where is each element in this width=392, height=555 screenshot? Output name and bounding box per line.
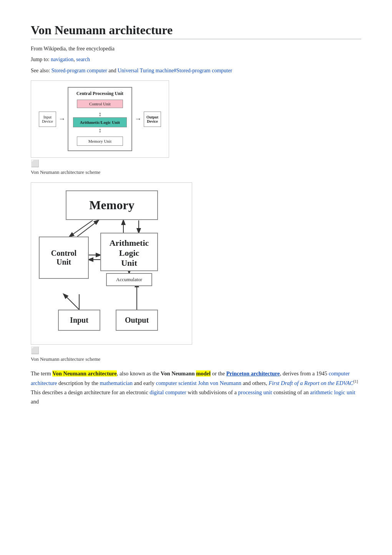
caption2: Von Neumann architecture scheme [31, 356, 100, 362]
enlarge-icon2[interactable]: ⬜ [31, 346, 39, 355]
john-von-neumann-link[interactable]: John von Neumann [198, 380, 241, 386]
diagram2: Memory Control Unit Arithmetic Logic Uni… [31, 182, 192, 345]
body-text2: , also known as the [117, 370, 161, 377]
computer-scientist-link[interactable]: computer scientist [156, 380, 197, 386]
first-draft-link[interactable]: First Draft of a Report on the EDVAC [269, 380, 354, 386]
page-title: Von Neumann architecture [31, 23, 361, 39]
see-also-text: See also: Stored-program computer and Un… [31, 67, 361, 75]
memory-large-box: Memory [66, 190, 158, 220]
body-text10: with subdivisions of a [186, 389, 238, 395]
diagram1: Input Device → Central Processing Unit C… [31, 80, 169, 158]
body-text3: or the [211, 370, 226, 377]
body-text5: description by the [57, 380, 100, 386]
body-text8: and others, [241, 380, 269, 386]
body-text6: and early [133, 380, 156, 386]
svg-line-2 [70, 220, 93, 237]
digital-computer-link[interactable]: digital computer [149, 389, 186, 395]
arrow-cu-alu: ↕ [98, 111, 101, 117]
cpu-label: Central Processing Unit [73, 91, 127, 97]
svg-line-3 [77, 220, 98, 237]
processing-unit-link[interactable]: processing unit [238, 389, 272, 395]
turing-machine-link[interactable]: Universal Turing machine#Stored-program … [118, 68, 232, 73]
output-large-box: Output [116, 310, 158, 331]
caption1-container: ⬜ Von Neumann architecture scheme [31, 159, 361, 175]
diagram1-container: Input Device → Central Processing Unit C… [31, 80, 361, 158]
svg-line-7 [64, 294, 79, 310]
body-text: The term Von Neumann architecture, also … [31, 369, 361, 407]
body-text12: and [31, 398, 39, 405]
arrow-cpu-to-output: → [132, 115, 144, 123]
mathematician-link[interactable]: mathematician [100, 380, 133, 386]
diagram2-inner: Memory Control Unit Arithmetic Logic Uni… [39, 190, 185, 337]
diagram2-container: Memory Control Unit Arithmetic Logic Uni… [31, 182, 361, 345]
body-text9: This describes a design architecture for… [31, 389, 149, 395]
enlarge-icon1[interactable]: ⬜ [31, 159, 39, 168]
control-unit-large-box: Control Unit [39, 237, 89, 279]
model-highlight: model [196, 370, 211, 377]
body-text4: , derives from a 1945 [280, 370, 329, 377]
body-text11: consisting of an [272, 389, 310, 395]
input-large-box: Input [58, 310, 100, 331]
von-neumann-bold: Von Neumann [161, 370, 196, 377]
alu-small: Arithmetic/Logic Unit [73, 117, 127, 127]
alu-link[interactable]: arithmetic logic unit [310, 389, 355, 395]
caption1: Von Neumann architecture scheme [31, 169, 100, 175]
output-device-box: Output Device [144, 112, 161, 127]
accumulator-box: Accumulator [106, 273, 152, 286]
source-text: From Wikipedia, the free encyclopedia [31, 45, 361, 53]
stored-program-link[interactable]: Stored-program computer [51, 68, 107, 73]
body-text1: The term [31, 370, 52, 377]
control-unit-small: Control Unit [77, 100, 123, 108]
memory-unit-small: Memory Unit [77, 137, 123, 146]
alu-large-box: Arithmetic Logic Unit [100, 233, 158, 271]
arrow-alu-mem: ↕ [98, 127, 101, 133]
cpu-box: Central Processing Unit Control Unit ↕ A… [68, 87, 132, 151]
citation1: [1] [354, 379, 358, 383]
princeton-architecture-link[interactable]: Princeton architecture [226, 370, 280, 377]
input-device-box: Input Device [39, 112, 56, 127]
arrow-input-to-cpu: → [56, 115, 68, 123]
caption2-container: ⬜ Von Neumann architecture scheme [31, 346, 361, 362]
von-neumann-arch-highlight: Von Neumann architecture [52, 370, 116, 377]
search-link[interactable]: search [76, 57, 90, 62]
jump-to-text: Jump to: navigation, search [31, 55, 361, 64]
navigation-link[interactable]: navigation [51, 57, 73, 62]
